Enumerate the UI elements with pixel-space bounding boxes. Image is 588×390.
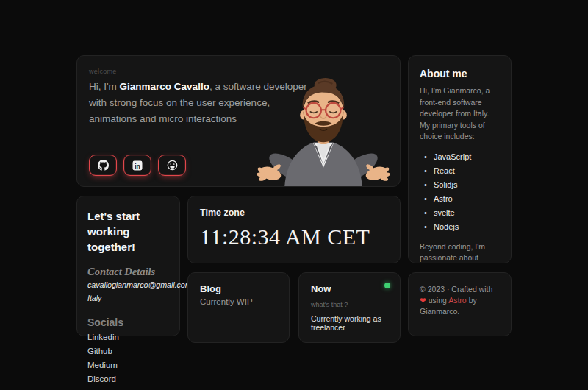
contact-title: Let's start working together! xyxy=(87,208,169,255)
svg-text:in: in xyxy=(135,162,140,169)
heart-icon: ❤ xyxy=(420,296,426,305)
blog-now-row: Blog Currently WIP Now what's that ? Cur… xyxy=(187,272,401,336)
about-title: About me xyxy=(420,68,500,79)
tool-item: Astro xyxy=(424,192,500,206)
contact-email[interactable]: cavallogianmarco@gmail.com xyxy=(87,278,169,291)
github-button[interactable] xyxy=(89,155,117,176)
about-card: About me Hi, I'm Gianmarco, a front-end … xyxy=(408,55,512,263)
github-icon xyxy=(98,160,109,171)
smiley-button[interactable] xyxy=(158,155,186,176)
bento-grid: welcome Hi, I'm Gianmarco Cavallo, a sof… xyxy=(76,55,512,336)
footer-prefix: © 2023 · Crafted with xyxy=(420,285,492,294)
blog-status: Currently WIP xyxy=(200,297,277,306)
social-link-medium[interactable]: Medium xyxy=(87,358,169,372)
hero-social-buttons: in xyxy=(89,155,387,176)
now-card: Now what's that ? Currently working as f… xyxy=(298,272,401,343)
timezone-label: Time zone xyxy=(200,208,388,218)
now-title: Now xyxy=(311,283,388,294)
welcome-eyebrow: welcome xyxy=(89,68,387,75)
hero-name: Gianmarco Cavallo xyxy=(120,81,209,92)
social-link-discord[interactable]: Discord xyxy=(87,372,169,386)
online-status-dot xyxy=(384,283,390,288)
tool-item: React xyxy=(424,164,500,178)
now-whats-that-link[interactable]: what's that ? xyxy=(311,301,388,308)
blog-card: Blog Currently WIP xyxy=(187,272,290,343)
contact-details-label: Contact Details xyxy=(87,266,169,278)
timezone-card: Time zone 11:28:34 AM CET xyxy=(187,196,401,263)
tool-item: Solidjs xyxy=(424,178,500,192)
linkedin-button[interactable]: in xyxy=(123,155,151,176)
astro-link[interactable]: Astro xyxy=(448,296,467,305)
smiley-icon xyxy=(167,160,178,171)
hero-heading: Hi, I'm Gianmarco Cavallo, a software de… xyxy=(89,79,318,127)
social-link-github[interactable]: Github xyxy=(87,344,169,358)
linkedin-icon: in xyxy=(132,160,143,171)
blog-title: Blog xyxy=(200,283,277,294)
hero-intro-prefix: Hi, I'm xyxy=(89,81,120,92)
tools-list: JavaScript React Solidjs Astro svelte No… xyxy=(424,150,500,234)
about-paragraph-2: Beyond coding, I'm passionate about desi… xyxy=(420,241,500,264)
tool-item: JavaScript xyxy=(424,150,500,164)
footer-text: © 2023 · Crafted with ❤ using Astro by G… xyxy=(420,284,500,317)
socials-label: Socials xyxy=(87,316,169,328)
now-status: Currently working as freelancer xyxy=(311,314,388,332)
about-paragraph-1: Hi, I'm Gianmarco, a front-end software … xyxy=(420,85,500,143)
footer-card: © 2023 · Crafted with ❤ using Astro by G… xyxy=(408,272,512,336)
social-link-linkedin[interactable]: Linkedin xyxy=(87,330,169,344)
tool-item: svelte xyxy=(424,206,500,220)
timezone-clock: 11:28:34 AM CET xyxy=(200,224,388,249)
footer-middle: using xyxy=(429,296,447,305)
contact-location: Italy xyxy=(87,291,169,305)
hero-card: welcome Hi, I'm Gianmarco Cavallo, a sof… xyxy=(76,55,401,187)
contact-card: Let's start working together! Contact De… xyxy=(76,196,180,336)
tool-item: Nodejs xyxy=(424,220,500,234)
